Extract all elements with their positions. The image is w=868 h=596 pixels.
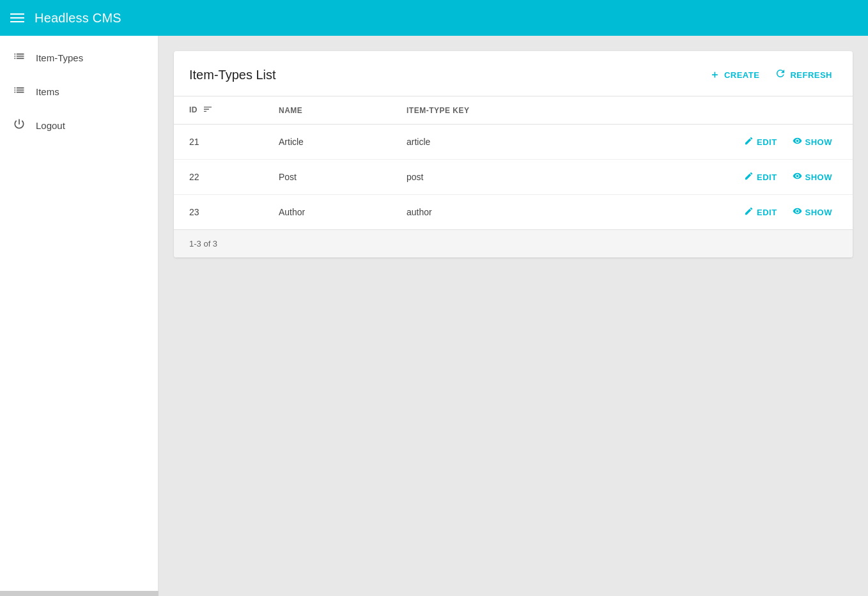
show-label: SHOW	[805, 172, 832, 182]
item-types-table: ID NAME ITEM-TYPE KEY 21 Article article	[174, 96, 853, 229]
cell-key: article	[391, 125, 545, 160]
list-icon	[13, 50, 26, 66]
edit-icon	[744, 206, 754, 218]
edit-icon	[744, 171, 754, 183]
layout: Item-Types Items Logout Item-Types List …	[0, 36, 868, 596]
sidebar-item-logout[interactable]: Logout	[0, 109, 158, 142]
edit-icon	[744, 136, 754, 148]
edit-label: EDIT	[757, 137, 777, 147]
edit-label: EDIT	[757, 208, 777, 217]
show-button[interactable]: SHOW	[787, 204, 837, 220]
sidebar: Item-Types Items Logout	[0, 36, 159, 596]
main-content: Item-Types List ＋ CREATE REFRESH	[159, 36, 868, 596]
edit-button[interactable]: EDIT	[739, 134, 782, 150]
cell-id: 21	[174, 125, 263, 160]
sidebar-logout-label: Logout	[36, 120, 65, 131]
plus-icon: ＋	[709, 68, 720, 82]
power-icon	[13, 118, 26, 134]
sidebar-item-items[interactable]: Items	[0, 75, 158, 109]
cell-name: Post	[263, 160, 391, 195]
eye-icon	[793, 136, 802, 148]
eye-icon	[793, 171, 802, 183]
cell-key: author	[391, 195, 545, 230]
table-header-row: ID NAME ITEM-TYPE KEY	[174, 96, 853, 125]
cell-name: Author	[263, 195, 391, 230]
table-body: 21 Article article EDIT SHOW 22 Post pos…	[174, 125, 853, 230]
edit-button[interactable]: EDIT	[739, 204, 782, 220]
menu-icon[interactable]	[10, 13, 24, 22]
item-types-card: Item-Types List ＋ CREATE REFRESH	[174, 51, 853, 257]
cell-id: 22	[174, 160, 263, 195]
cell-actions: EDIT SHOW	[545, 195, 853, 230]
eye-icon	[793, 206, 802, 218]
topbar: Headless CMS	[0, 0, 868, 36]
list-icon-2	[13, 84, 26, 100]
sort-icon[interactable]	[203, 104, 213, 116]
refresh-label: REFRESH	[790, 70, 832, 80]
show-label: SHOW	[805, 208, 832, 217]
refresh-button[interactable]: REFRESH	[770, 64, 837, 86]
col-header-key: ITEM-TYPE KEY	[391, 96, 545, 125]
cell-key: post	[391, 160, 545, 195]
scroll-indicator	[0, 591, 159, 596]
col-header-id: ID	[174, 96, 263, 125]
sidebar-item-item-types[interactable]: Item-Types	[0, 41, 158, 75]
card-title: Item-Types List	[189, 68, 276, 82]
table-head: ID NAME ITEM-TYPE KEY	[174, 96, 853, 125]
cell-actions: EDIT SHOW	[545, 160, 853, 195]
sidebar-items-label: Items	[36, 86, 59, 97]
cell-id: 23	[174, 195, 263, 230]
card-actions: ＋ CREATE REFRESH	[704, 64, 837, 86]
card-footer: 1-3 of 3	[174, 229, 853, 257]
table-row: 23 Author author EDIT SHOW	[174, 195, 853, 230]
create-button[interactable]: ＋ CREATE	[704, 65, 764, 86]
show-button[interactable]: SHOW	[787, 169, 837, 185]
create-label: CREATE	[724, 70, 759, 80]
table-row: 21 Article article EDIT SHOW	[174, 125, 853, 160]
cell-actions: EDIT SHOW	[545, 125, 853, 160]
sidebar-item-types-label: Item-Types	[36, 52, 83, 63]
show-label: SHOW	[805, 137, 832, 147]
edit-label: EDIT	[757, 172, 777, 182]
edit-button[interactable]: EDIT	[739, 169, 782, 185]
app-title: Headless CMS	[35, 11, 121, 26]
cell-name: Article	[263, 125, 391, 160]
card-header: Item-Types List ＋ CREATE REFRESH	[174, 51, 853, 96]
table-row: 22 Post post EDIT SHOW	[174, 160, 853, 195]
pagination-info: 1-3 of 3	[189, 239, 217, 248]
show-button[interactable]: SHOW	[787, 134, 837, 150]
refresh-icon	[775, 68, 786, 82]
col-header-actions	[545, 96, 853, 125]
col-header-name: NAME	[263, 96, 391, 125]
